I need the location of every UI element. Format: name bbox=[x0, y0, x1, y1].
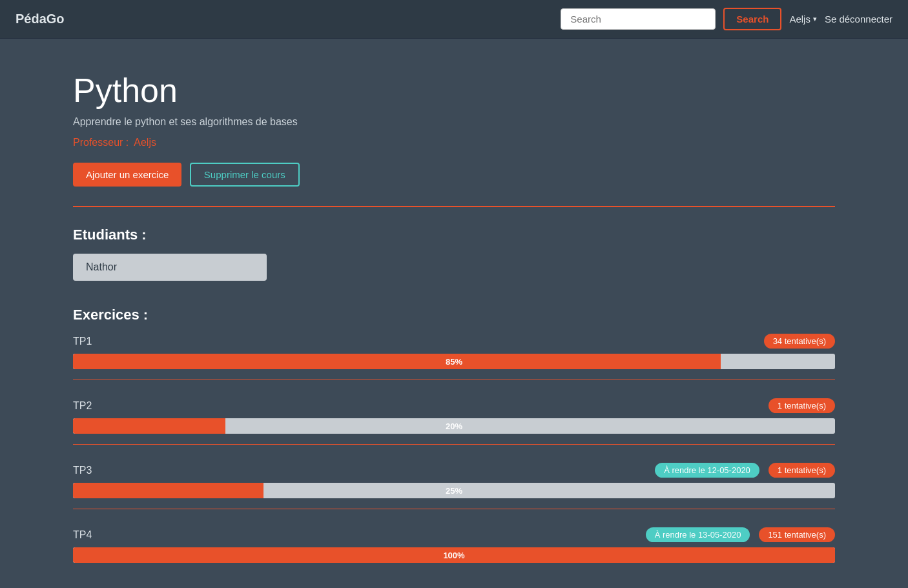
exercises-section-title: Exercices : bbox=[73, 307, 835, 323]
professor-name[interactable]: Aeljs bbox=[134, 137, 156, 148]
progress-label: 25% bbox=[446, 486, 462, 496]
course-description: Apprendre le python et ses algorithmes d… bbox=[73, 116, 835, 128]
students-section: Etudiants : Nathor bbox=[73, 227, 835, 300]
progress-bar-container: 20% bbox=[73, 418, 835, 434]
student-card[interactable]: Nathor bbox=[73, 254, 267, 281]
exercise-item: TP21 tentative(s)20% bbox=[73, 398, 835, 445]
attempts-badge: 34 tentative(s) bbox=[764, 334, 835, 349]
exercise-meta: À rendre le 13-05-2020151 tentative(s) bbox=[646, 527, 835, 542]
due-date-badge: À rendre le 13-05-2020 bbox=[646, 527, 750, 542]
progress-label: 20% bbox=[446, 421, 462, 431]
attempts-badge: 1 tentative(s) bbox=[769, 398, 835, 413]
delete-course-button[interactable]: Supprimer le cours bbox=[190, 163, 300, 187]
exercise-item: TP134 tentative(s)85% bbox=[73, 334, 835, 380]
action-buttons: Ajouter un exercice Supprimer le cours bbox=[73, 163, 835, 187]
exercise-header: TP134 tentative(s) bbox=[73, 334, 835, 349]
navbar: PédaGo Search Aeljs ▾ Se déconnecter bbox=[0, 0, 908, 39]
logout-link[interactable]: Se déconnecter bbox=[825, 14, 893, 25]
user-name: Aeljs bbox=[789, 14, 810, 25]
progress-bar-fill bbox=[73, 418, 225, 434]
progress-bar-container: 85% bbox=[73, 354, 835, 369]
attempts-badge: 151 tentative(s) bbox=[759, 527, 835, 542]
search-button[interactable]: Search bbox=[723, 8, 781, 30]
exercise-divider bbox=[73, 444, 835, 445]
students-section-title: Etudiants : bbox=[73, 227, 835, 243]
exercise-meta: 34 tentative(s) bbox=[764, 334, 835, 349]
progress-bar-fill bbox=[73, 483, 263, 498]
search-input[interactable] bbox=[561, 8, 716, 30]
exercise-divider bbox=[73, 509, 835, 509]
exercise-name: TP2 bbox=[73, 400, 92, 412]
course-professor: Professeur : Aeljs bbox=[73, 137, 835, 148]
exercise-divider bbox=[73, 380, 835, 380]
user-menu[interactable]: Aeljs ▾ bbox=[789, 14, 817, 25]
navbar-right: Search Aeljs ▾ Se déconnecter bbox=[561, 8, 893, 30]
exercise-name: TP4 bbox=[73, 529, 92, 541]
progress-bar-container: 100% bbox=[73, 547, 835, 563]
exercise-item: TP4À rendre le 13-05-2020151 tentative(s… bbox=[73, 527, 835, 563]
exercise-header: TP3À rendre le 12-05-20201 tentative(s) bbox=[73, 463, 835, 478]
professor-label: Professeur : bbox=[73, 137, 129, 148]
student-list: Nathor bbox=[73, 254, 835, 300]
progress-bar-container: 25% bbox=[73, 483, 835, 498]
exercise-meta: 1 tentative(s) bbox=[769, 398, 835, 413]
add-exercise-button[interactable]: Ajouter un exercice bbox=[73, 163, 181, 187]
exercise-name: TP1 bbox=[73, 336, 92, 347]
exercise-meta: À rendre le 12-05-20201 tentative(s) bbox=[655, 463, 835, 478]
progress-bar-fill bbox=[73, 354, 721, 369]
progress-bar-fill bbox=[73, 547, 835, 563]
section-divider bbox=[73, 206, 835, 207]
course-title: Python bbox=[73, 71, 835, 110]
brand-logo: PédaGo bbox=[15, 12, 65, 26]
attempts-badge: 1 tentative(s) bbox=[769, 463, 835, 478]
chevron-down-icon: ▾ bbox=[813, 15, 817, 23]
exercises-list: TP134 tentative(s)85%TP21 tentative(s)20… bbox=[73, 334, 835, 563]
due-date-badge: À rendre le 12-05-2020 bbox=[655, 463, 759, 478]
exercises-section: Exercices : TP134 tentative(s)85%TP21 te… bbox=[73, 307, 835, 563]
main-content: Python Apprendre le python et ses algori… bbox=[34, 39, 874, 588]
exercise-header: TP21 tentative(s) bbox=[73, 398, 835, 413]
student-name: Nathor bbox=[86, 261, 117, 272]
exercise-header: TP4À rendre le 13-05-2020151 tentative(s… bbox=[73, 527, 835, 542]
exercise-item: TP3À rendre le 12-05-20201 tentative(s)2… bbox=[73, 463, 835, 509]
exercise-name: TP3 bbox=[73, 465, 92, 476]
